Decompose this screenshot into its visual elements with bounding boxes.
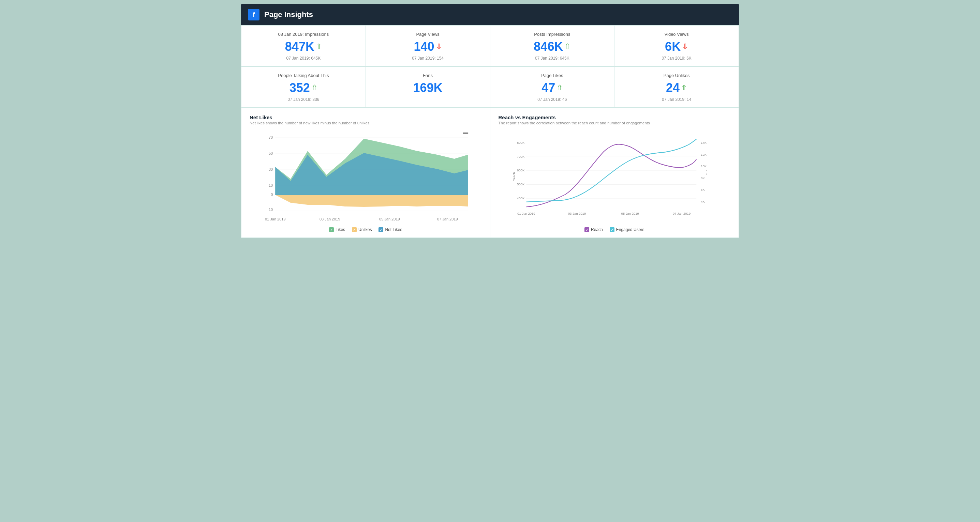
net-likes-chart-area: 70 50 30 10 0 -10 xyxy=(263,129,475,225)
metric-page-unlikes-label: Page Unlikes xyxy=(621,73,732,78)
svg-text:6K: 6K xyxy=(701,188,705,192)
svg-text:05 Jan 2019: 05 Jan 2019 xyxy=(379,217,400,221)
metric-page-likes-value: 47 xyxy=(541,81,555,95)
metric-talking-value: 352 xyxy=(290,81,310,95)
legend-reach-box: ✓ xyxy=(584,227,589,232)
metric-impressions-prev: 07 Jan 2019: 645K xyxy=(248,56,359,61)
metric-video-views-value: 6K xyxy=(665,40,681,54)
svg-text:12K: 12K xyxy=(701,153,706,156)
metric-fans-value: 169K xyxy=(413,81,442,95)
page-title: Page Insights xyxy=(264,10,313,19)
metric-video-views: Video Views 6K ⇩ 07 Jan 2019: 6K xyxy=(614,25,739,67)
reach-subtitle: The report shows the correlation between… xyxy=(498,121,731,125)
reach-chart-wrapper: 800K 700K 600K 500K 400K 14K 12K 10K 8K … xyxy=(498,129,731,225)
net-likes-subtitle: Net likes shows the number of new likes … xyxy=(250,121,482,125)
dashboard-container: f Page Insights 08 Jan 2019: Impressions… xyxy=(241,4,739,238)
posts-impressions-arrow-up: ⇧ xyxy=(564,42,571,51)
page-header: f Page Insights xyxy=(241,4,739,25)
metric-impressions-label: 08 Jan 2019: Impressions xyxy=(248,32,359,37)
net-likes-chart-wrapper: 70 50 30 10 0 -10 xyxy=(250,129,482,225)
net-likes-panel: Net Likes Net likes shows the number of … xyxy=(242,108,490,238)
metric-pageviews-label: Page Views xyxy=(373,32,483,37)
reach-chart-area: 800K 700K 600K 500K 400K 14K 12K 10K 8K … xyxy=(512,129,707,225)
legend-net-likes-box: ✓ xyxy=(379,227,383,232)
metric-page-unlikes: Page Unlikes 24 ⇧ 07 Jan 2019: 14 xyxy=(614,67,739,108)
svg-text:700K: 700K xyxy=(517,155,525,159)
net-likes-svg: 70 50 30 10 0 -10 xyxy=(263,129,475,225)
svg-text:Engaged Users: Engaged Users xyxy=(706,166,706,188)
metric-impressions-value: 847K xyxy=(285,40,314,54)
metric-page-likes: Page Likes 47 ⇧ 07 Jan 2019: 46 xyxy=(490,67,615,108)
svg-text:01 Jan 2019: 01 Jan 2019 xyxy=(265,217,286,221)
metric-fans-label: Fans xyxy=(373,73,483,78)
metrics-row-2: People Talking About This 352 ⇧ 07 Jan 2… xyxy=(241,67,739,108)
svg-text:600K: 600K xyxy=(517,168,525,172)
svg-text:800K: 800K xyxy=(517,141,525,144)
svg-text:500K: 500K xyxy=(517,182,525,186)
legend-unlikes: ✓ Unlikes xyxy=(352,227,372,232)
svg-text:14K: 14K xyxy=(701,141,706,144)
metrics-row-1: 08 Jan 2019: Impressions 847K ⇧ 07 Jan 2… xyxy=(241,25,739,67)
metric-posts-impressions-value: 846K xyxy=(534,40,563,54)
legend-engaged-users: ✓ Engaged Users xyxy=(610,227,644,232)
svg-text:400K: 400K xyxy=(517,196,525,200)
legend-net-likes: ✓ Net Likes xyxy=(379,227,402,232)
net-likes-legend: ✓ Likes ✓ Unlikes ✓ Net Likes xyxy=(250,227,482,232)
reach-legend: ✓ Reach ✓ Engaged Users xyxy=(498,227,731,232)
metric-posts-impressions: Posts Impressions 846K ⇧ 07 Jan 2019: 64… xyxy=(490,25,615,67)
svg-text:03 Jan 2019: 03 Jan 2019 xyxy=(568,212,586,215)
metric-talking-label: People Talking About This xyxy=(248,73,359,78)
legend-reach: ✓ Reach xyxy=(584,227,603,232)
svg-text:50: 50 xyxy=(269,151,273,155)
metric-page-likes-label: Page Likes xyxy=(497,73,608,78)
legend-likes: ✓ Likes xyxy=(329,227,345,232)
metric-page-unlikes-value: 24 xyxy=(666,81,679,95)
metric-pageviews-prev: 07 Jan 2019: 154 xyxy=(373,56,483,61)
svg-text:07 Jan 2019: 07 Jan 2019 xyxy=(673,212,690,215)
reach-title: Reach vs Engagements xyxy=(498,114,731,120)
metric-impressions: 08 Jan 2019: Impressions 847K ⇧ 07 Jan 2… xyxy=(242,25,366,67)
legend-unlikes-box: ✓ xyxy=(352,227,357,232)
svg-text:8K: 8K xyxy=(701,176,705,180)
metric-video-views-label: Video Views xyxy=(621,32,732,37)
talking-arrow-up: ⇧ xyxy=(311,84,317,92)
page-unlikes-arrow-up: ⇧ xyxy=(681,84,687,92)
svg-text:07 Jan 2019: 07 Jan 2019 xyxy=(437,217,458,221)
metric-talking-prev: 07 Jan 2019: 336 xyxy=(248,97,359,102)
legend-engaged-users-box: ✓ xyxy=(610,227,614,232)
impressions-arrow-up: ⇧ xyxy=(316,42,322,51)
metric-page-likes-prev: 07 Jan 2019: 46 xyxy=(497,97,608,102)
pageviews-arrow-down: ⇩ xyxy=(436,42,442,51)
svg-marker-12 xyxy=(275,195,468,207)
svg-text:0: 0 xyxy=(271,192,273,197)
reach-panel: Reach vs Engagements The report shows th… xyxy=(490,108,739,238)
svg-text:Reach: Reach xyxy=(512,172,516,181)
metric-posts-impressions-prev: 07 Jan 2019: 645K xyxy=(497,56,608,61)
video-views-arrow-down: ⇩ xyxy=(682,42,688,51)
net-likes-title: Net Likes xyxy=(250,114,482,120)
metric-talking: People Talking About This 352 ⇧ 07 Jan 2… xyxy=(242,67,366,108)
metric-video-views-prev: 07 Jan 2019: 6K xyxy=(621,56,732,61)
metric-fans: Fans 169K xyxy=(366,67,490,108)
svg-text:10: 10 xyxy=(269,183,273,187)
svg-text:10K: 10K xyxy=(701,164,706,168)
svg-text:4K: 4K xyxy=(701,200,705,203)
svg-text:70: 70 xyxy=(269,135,273,140)
legend-likes-box: ✓ xyxy=(329,227,334,232)
metric-posts-impressions-label: Posts Impressions xyxy=(497,32,608,37)
svg-rect-19 xyxy=(463,133,468,133)
charts-row: Net Likes Net likes shows the number of … xyxy=(241,108,739,238)
svg-text:-10: -10 xyxy=(267,208,273,212)
svg-text:01 Jan 2019: 01 Jan 2019 xyxy=(517,212,535,215)
metric-pageviews: Page Views 140 ⇩ 07 Jan 2019: 154 xyxy=(366,25,490,67)
page-likes-arrow-up: ⇧ xyxy=(557,84,563,92)
svg-text:03 Jan 2019: 03 Jan 2019 xyxy=(320,217,340,221)
svg-text:05 Jan 2019: 05 Jan 2019 xyxy=(621,212,639,215)
metric-pageviews-value: 140 xyxy=(414,40,434,54)
reach-svg: 800K 700K 600K 500K 400K 14K 12K 10K 8K … xyxy=(512,129,707,225)
metric-page-unlikes-prev: 07 Jan 2019: 14 xyxy=(621,97,732,102)
facebook-icon: f xyxy=(248,9,259,21)
svg-text:30: 30 xyxy=(269,167,273,171)
